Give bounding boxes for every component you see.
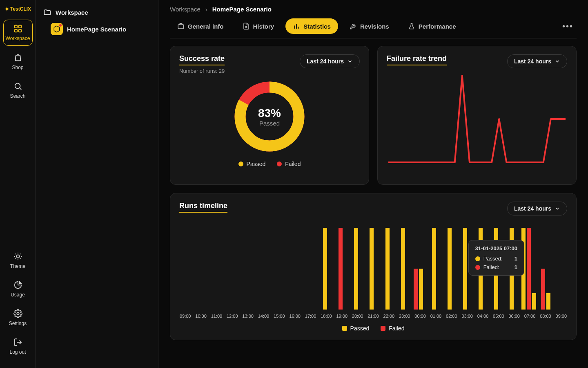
time-range-selector[interactable]: Last 24 hours bbox=[300, 54, 360, 68]
svg-rect-3 bbox=[18, 29, 21, 32]
bar-slot bbox=[335, 228, 347, 310]
bar-slot bbox=[540, 228, 552, 310]
nav-theme[interactable]: Theme bbox=[3, 248, 33, 273]
tab-label: Statistics bbox=[303, 23, 331, 30]
x-tick: 16:00 bbox=[289, 314, 301, 319]
bar-slot bbox=[304, 228, 316, 310]
nav-label: Shop bbox=[12, 65, 23, 70]
breadcrumb: Workspace › HomePage Scenario bbox=[170, 6, 577, 13]
x-axis: 09:0010:0011:0012:0013:0014:0015:0016:00… bbox=[179, 314, 567, 319]
legend-label: Failed bbox=[285, 161, 301, 167]
breadcrumb-current: HomePage Scenario bbox=[212, 6, 272, 13]
x-tick: 00:00 bbox=[414, 314, 426, 319]
x-tick: 11:00 bbox=[211, 314, 223, 319]
time-range-selector[interactable]: Last 24 hours bbox=[507, 54, 567, 68]
x-tick: 20:00 bbox=[352, 314, 363, 319]
nav-workspace[interactable]: Workspace bbox=[3, 20, 33, 46]
bar-passed[interactable] bbox=[419, 269, 423, 310]
bar-slot bbox=[226, 228, 238, 310]
tree-root[interactable]: Workspace bbox=[41, 6, 153, 19]
nav-label: Theme bbox=[10, 263, 25, 269]
card-title: Failure rate trend bbox=[387, 54, 447, 65]
time-range-selector[interactable]: Last 24 hours bbox=[507, 202, 567, 215]
x-tick: 21:00 bbox=[367, 314, 379, 319]
tooltip-passed-value: 1 bbox=[514, 256, 517, 262]
x-tick: 07:00 bbox=[524, 314, 536, 319]
x-tick: 17:00 bbox=[305, 314, 316, 319]
bar-slot bbox=[381, 228, 393, 310]
tabs: General info History Statistics Revision… bbox=[170, 18, 577, 38]
bar-slot bbox=[428, 228, 440, 310]
bar-passed[interactable] bbox=[401, 228, 405, 310]
tree-root-label: Workspace bbox=[56, 9, 88, 16]
nav-label: Search bbox=[10, 93, 25, 99]
bar-passed[interactable] bbox=[370, 228, 374, 310]
x-tick: 10:00 bbox=[195, 314, 207, 319]
x-tick: 12:00 bbox=[226, 314, 238, 319]
bar-slot bbox=[555, 228, 567, 310]
sun-icon bbox=[13, 252, 22, 261]
card-failure-trend: Failure rate trend Last 24 hours bbox=[377, 46, 577, 185]
bar-failed[interactable] bbox=[541, 269, 545, 310]
bar-slot bbox=[350, 228, 362, 310]
breadcrumb-parent[interactable]: Workspace bbox=[170, 6, 200, 13]
nav-label: Usage bbox=[11, 292, 25, 298]
tab-performance[interactable]: Performance bbox=[401, 18, 463, 34]
bar-passed[interactable] bbox=[546, 293, 550, 310]
legend-label: Passed bbox=[350, 325, 370, 332]
bar-slot bbox=[397, 228, 409, 310]
legend-passed: Passed bbox=[342, 325, 370, 332]
bar-passed[interactable] bbox=[532, 293, 536, 310]
svg-point-5 bbox=[16, 255, 19, 258]
x-tick: 15:00 bbox=[273, 314, 285, 319]
x-tick: 13:00 bbox=[242, 314, 254, 319]
bar-passed[interactable] bbox=[463, 228, 467, 310]
bar-passed[interactable] bbox=[448, 228, 452, 310]
chevron-down-icon bbox=[555, 58, 560, 64]
nav-shop[interactable]: Shop bbox=[3, 49, 33, 74]
more-menu-button[interactable]: ••• bbox=[559, 19, 577, 34]
x-tick: 19:00 bbox=[336, 314, 348, 319]
x-tick: 14:00 bbox=[258, 314, 270, 319]
pie-icon bbox=[13, 280, 22, 289]
bar-passed[interactable] bbox=[354, 228, 358, 310]
x-tick: 05:00 bbox=[492, 314, 504, 319]
legend-failed: Failed bbox=[381, 325, 404, 332]
chevron-down-icon bbox=[347, 58, 353, 64]
nav-settings[interactable]: Settings bbox=[3, 305, 33, 330]
nav-usage[interactable]: Usage bbox=[3, 276, 33, 302]
folder-icon bbox=[43, 8, 51, 16]
tab-statistics[interactable]: Statistics bbox=[285, 18, 338, 34]
bar-passed[interactable] bbox=[432, 228, 436, 310]
briefcase-icon bbox=[177, 22, 185, 30]
bar-passed[interactable] bbox=[385, 228, 390, 310]
legend-passed: Passed bbox=[238, 161, 266, 167]
legend-failed: Failed bbox=[277, 161, 301, 167]
bar-failed[interactable] bbox=[339, 228, 343, 310]
scenario-icon bbox=[51, 23, 63, 35]
x-tick: 04:00 bbox=[477, 314, 489, 319]
donut-label: Passed bbox=[259, 120, 280, 127]
bar-slot bbox=[288, 228, 300, 310]
tooltip-failed-label: Failed: bbox=[483, 264, 499, 270]
legend-label: Passed bbox=[247, 161, 266, 167]
bar-passed[interactable] bbox=[323, 228, 327, 310]
bar-slot bbox=[366, 228, 378, 310]
legend-dot-icon bbox=[238, 162, 243, 166]
card-title: Success rate bbox=[179, 54, 225, 65]
x-tick: 22:00 bbox=[383, 314, 395, 319]
brand-name: TestCLIX bbox=[10, 6, 31, 12]
card-title: Runs timeline bbox=[179, 202, 227, 213]
nav-logout[interactable]: Log out bbox=[3, 334, 33, 359]
legend-label: Failed bbox=[389, 325, 404, 332]
tree-scenario[interactable]: HomePage Scenario bbox=[48, 20, 153, 38]
nav-search[interactable]: Search bbox=[3, 78, 33, 103]
bar-failed[interactable] bbox=[414, 269, 418, 310]
bar-failed[interactable] bbox=[527, 228, 531, 310]
tab-revisions[interactable]: Revisions bbox=[342, 18, 396, 34]
wrench-icon bbox=[350, 22, 357, 30]
tab-general-info[interactable]: General info bbox=[170, 18, 231, 34]
x-tick: 06:00 bbox=[508, 314, 520, 319]
sidebar-tree: Workspace HomePage Scenario bbox=[36, 0, 158, 368]
tab-history[interactable]: History bbox=[235, 18, 282, 34]
